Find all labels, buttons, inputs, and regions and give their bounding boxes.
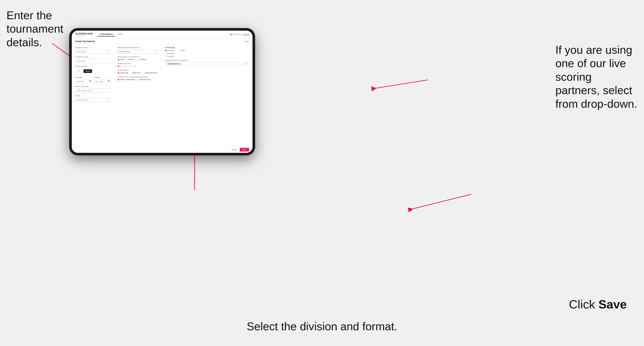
tag-clear-icon[interactable]: × [244, 63, 245, 65]
tag-chevron-icon[interactable]: ▾ [247, 63, 248, 65]
scoring-medal[interactable]: Medal Match Play [142, 72, 158, 74]
calendar-icon-start: 📅 [89, 80, 91, 82]
radio-round3-circle [128, 65, 129, 67]
teams-group: Is this event for Teams and/or Individua… [118, 76, 158, 81]
tournament-host-label: Tournament Host [75, 47, 110, 49]
format-options: 5 count 4 Other 6 count 4 [165, 50, 249, 57]
radio-round1-circle [118, 65, 119, 67]
format-other-label: Other [181, 50, 185, 52]
arrow-bottom-save [389, 173, 476, 237]
annotation-bottom-right: Click Save [569, 297, 627, 312]
tournament-name-input[interactable] [75, 59, 110, 63]
round-2[interactable]: 2 [122, 65, 126, 67]
gender-label: Which gender is the event for? [118, 56, 158, 58]
round-4[interactable]: 4 [133, 65, 136, 67]
end-date-group: End date 📅 [94, 76, 111, 83]
radio-round2-circle [122, 65, 124, 67]
tag-dropdown-icon[interactable]: | [246, 63, 246, 65]
page-title: Create Tournament [75, 40, 95, 42]
scoring-group: Scoring system Stroke Play Match Play [118, 69, 158, 74]
sponsor-group: Sponsor (optional) [75, 85, 110, 93]
format-row-2: 6 count 4 [165, 52, 249, 54]
tab-teams[interactable]: TEAMS [115, 32, 126, 36]
end-date-label: End date [94, 76, 111, 78]
save-button[interactable]: Save [240, 148, 249, 152]
radio-5count4 [165, 50, 167, 52]
radio-round4-circle [133, 65, 134, 67]
svg-point-5 [78, 70, 78, 71]
form-col-mid: Which division is the event for? NCAA Di… [114, 47, 162, 144]
format-other[interactable]: Other [178, 50, 185, 52]
teams-plus-individuals[interactable]: Teams (+Individuals) [118, 79, 135, 81]
navbar-right: Test User | Sign out [230, 33, 249, 36]
live-scoring-tag: Leaderboard King × [167, 63, 182, 65]
signout-link[interactable]: Sign out [243, 33, 249, 35]
venue-input[interactable] [75, 98, 110, 102]
individuals-label: Individuals Only [139, 79, 150, 81]
teams-label: Is this event for Teams and/or Individua… [118, 76, 158, 78]
tab-tournaments[interactable]: TOURNAMENTS [97, 32, 115, 36]
navbar-tabs: TOURNAMENTS TEAMS [97, 32, 126, 36]
venue-group: Venue ▾ [75, 95, 110, 102]
back-button[interactable]: ‹ Back [244, 40, 249, 42]
radio-individuals-circle [137, 79, 138, 81]
gender-combined[interactable]: Combined [136, 58, 146, 60]
scoring-match[interactable]: Match Play [130, 72, 140, 74]
live-scoring-input[interactable]: Leaderboard King × × | ▾ [165, 62, 249, 66]
venue-search-icon: ▾ [108, 99, 110, 101]
teams-option-label: Teams (+Individuals) [120, 79, 135, 81]
format-6count5[interactable]: 6 count 5 [165, 55, 174, 57]
round4-label: 4 [135, 65, 136, 67]
gender-group: Which gender is the event for? Mens Wome… [118, 56, 158, 60]
format-5count4[interactable]: 5 count 4 [165, 50, 174, 52]
search-icon: ▾ [108, 50, 110, 52]
annotation-top-left: Enter the tournament details. [6, 9, 76, 49]
round-3[interactable]: 3 [128, 65, 131, 67]
svg-line-1 [374, 80, 428, 88]
live-scoring-value: Leaderboard King [168, 63, 180, 65]
logo-area: Upload [75, 68, 110, 74]
tournament-host-group: Tournament Host ▾ [75, 47, 110, 54]
format-5count4-label: 5 count 4 [168, 50, 174, 52]
format-section: Format type 5 count 4 Other [165, 47, 249, 57]
scoring-match-label: Match Play [132, 72, 140, 74]
form-col-left: Tournament Host ▾ Tournament name Tourna… [75, 47, 114, 144]
tablet-device: SCOREBOARD Powered by clippit TOURNAMENT… [69, 28, 255, 156]
tournament-name-label: Tournament name [75, 56, 110, 58]
division-select-wrap: NCAA Division I ▾ [118, 49, 158, 54]
dates-group: Start date 📅 End date 📅 [75, 76, 110, 83]
form-footer: Cancel Save [72, 146, 252, 153]
round-1[interactable]: 1 [118, 65, 121, 67]
division-group: Which division is the event for? NCAA Di… [118, 47, 158, 54]
sponsor-input[interactable] [75, 88, 110, 93]
cancel-button[interactable]: Cancel [230, 148, 238, 152]
radio-other [178, 50, 180, 52]
tag-remove-icon[interactable]: × [180, 63, 181, 65]
form-body: Tournament Host ▾ Tournament name Tourna… [72, 44, 252, 146]
gender-combined-label: Combined [138, 58, 146, 60]
format-row-1: 5 count 4 Other [165, 50, 249, 52]
scoring-medal-label: Medal Match Play [144, 72, 158, 74]
teams-radio-group: Teams (+Individuals) Individuals Only [118, 79, 158, 81]
scoring-stroke[interactable]: Stroke Play [118, 72, 128, 74]
gender-mens[interactable]: Mens [118, 58, 124, 60]
page-header: Create Tournament ‹ Back [72, 38, 252, 44]
division-label: Which division is the event for? [118, 47, 158, 49]
gender-womens[interactable]: Womens [126, 58, 134, 60]
start-date-group: Start date 📅 [75, 76, 92, 83]
individuals-only[interactable]: Individuals Only [137, 79, 150, 81]
arrow-top-right [346, 32, 476, 97]
radio-6count5 [165, 55, 167, 57]
date-row: Start date 📅 End date 📅 [75, 76, 110, 83]
upload-button[interactable]: Upload [84, 69, 92, 73]
radio-stroke-circle [118, 72, 119, 74]
tournament-host-input-wrap: ▾ [75, 49, 110, 54]
tag-controls: × | ▾ [244, 63, 248, 65]
radio-6count4 [165, 53, 167, 54]
division-select[interactable]: NCAA Division I [118, 50, 158, 54]
tournament-host-input[interactable] [75, 50, 110, 54]
round3-label: 3 [130, 65, 131, 67]
format-6count4[interactable]: 6 count 4 [165, 52, 174, 54]
navbar: SCOREBOARD Powered by clippit TOURNAMENT… [72, 31, 252, 38]
format-6count4-label: 6 count 4 [168, 52, 174, 54]
